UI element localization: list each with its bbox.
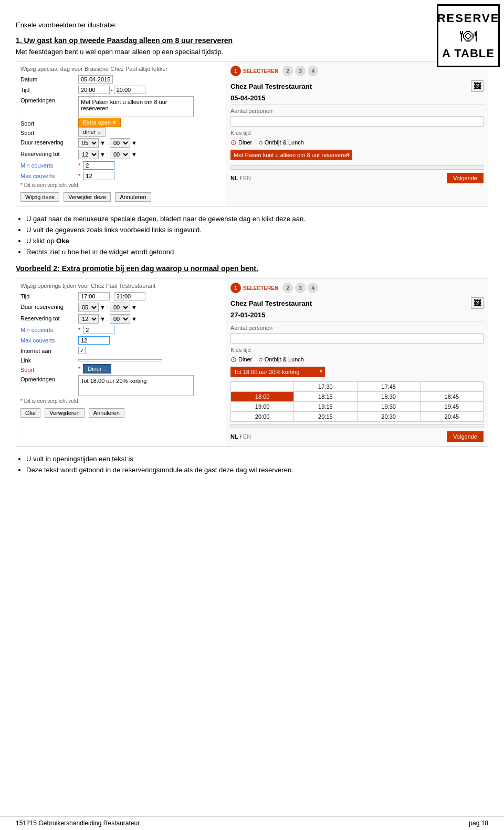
time-cell[interactable]: 18:45 <box>421 392 483 401</box>
intro-text: Enkele voorbeelden ter illustratie: <box>16 21 488 29</box>
widget1-icon-btn[interactable]: 🖼 <box>471 80 484 92</box>
soort2-value[interactable]: diner ≡ <box>78 127 106 137</box>
wijzig-btn[interactable]: Wijzig deze <box>20 192 59 202</box>
widget2-radio-ontbijt[interactable]: ○ Ontbijt & Lunch <box>258 355 304 364</box>
widget2-lang[interactable]: NL / EN <box>230 433 251 440</box>
ex2-min-value[interactable]: 2 <box>83 326 114 334</box>
time-cell-highlight[interactable]: 18:00 <box>231 392 293 401</box>
annuleren-btn[interactable]: Annuleren <box>89 408 124 418</box>
required-note-2: * Dit is een verplicht veld <box>20 398 222 404</box>
time-cell[interactable]: 17:30 <box>294 382 356 391</box>
tijd-to[interactable]: 20:00 <box>114 86 145 94</box>
duur-m-select[interactable]: 00 <box>110 138 130 148</box>
time-cell[interactable]: 20:00 <box>231 412 293 421</box>
radio-diner[interactable]: ⊙ Diner <box>230 138 252 147</box>
ex2-restot-m[interactable]: 00 <box>110 314 130 324</box>
ex2-internet-row: Internet aan ✓ <box>20 347 222 354</box>
ex2-duur-m-select[interactable]: 00 <box>110 303 130 312</box>
step1-circle: 1 <box>230 66 241 76</box>
soort1-label: Soort <box>20 119 78 127</box>
widget2-step1-label: SELECTEREN <box>243 285 278 291</box>
time-cell[interactable] <box>231 382 293 391</box>
widget1-volgende-btn[interactable]: Volgende <box>447 173 484 183</box>
widget1-lang[interactable]: NL / EN <box>230 175 251 181</box>
step1-label: SELECTEREN <box>243 68 278 74</box>
annuleer-btn[interactable]: Annuleren <box>115 192 151 202</box>
widget2-scrollbar[interactable] <box>230 424 484 428</box>
time-cell[interactable]: 20:15 <box>294 412 356 421</box>
example2-form-buttons: Oke Verwijderen Annuleren <box>20 408 222 418</box>
ex2-opmerkingen-row: Opmerkingen Tot 18.00 uur 20% korting <box>20 375 222 396</box>
bullet1-3: U klikt op Oke <box>26 237 488 245</box>
time-cell[interactable]: 18:30 <box>358 392 420 401</box>
ex2-tijd-to[interactable]: 21:00 <box>114 292 145 300</box>
ex2-restot-h[interactable]: 12 <box>78 314 99 324</box>
opmerkingen-value[interactable]: Met Pasen kunt u alleen om 8 uur reserve… <box>78 96 194 117</box>
widget2-radio-diner[interactable]: ⊙ Diner <box>230 355 252 364</box>
step3-circle: 3 <box>295 66 306 76</box>
soort2-row: Soort diner ≡ <box>20 129 222 136</box>
bullet2-1: U vult in openingstijden een tekst is <box>26 455 488 463</box>
ex2-max-row: Max couverts 12 <box>20 336 222 345</box>
widget2-step2-circle: 2 <box>282 283 293 293</box>
ex2-opmerkingen-value[interactable]: Tot 18.00 uur 20% korting <box>78 375 194 396</box>
widget2-step3-circle: 3 <box>295 283 306 293</box>
example2-admin-panel: Wijzig openings tijden voor Chez Paul Te… <box>16 278 226 446</box>
soort1-value[interactable]: Extra open ≡ <box>78 118 121 127</box>
bullet1-2: U vult de gegevens zoals links voorbeeld… <box>26 226 488 234</box>
time-cell[interactable]: 19:45 <box>421 402 483 411</box>
time-cell[interactable] <box>421 382 483 391</box>
required-note-1: * Dit is een verplicht veld <box>20 182 222 188</box>
section2-title: Voorbeeld 2: Extra promotie bij een dag … <box>16 264 488 273</box>
widget2-promo-banner: Tot 18.00 uur 20% korting × <box>230 367 325 377</box>
promo-close-btn[interactable]: × <box>346 151 350 158</box>
widget2-icon-btn[interactable]: 🖼 <box>471 297 484 309</box>
restot-m-select[interactable]: 00 <box>110 150 130 159</box>
ex2-max-value[interactable]: 12 <box>78 336 110 345</box>
widget1-radio-group: ⊙ Diner ○ Ontbijt & Lunch <box>230 138 484 147</box>
widget2-promo-close[interactable]: × <box>319 368 323 375</box>
time-cell[interactable]: 20:30 <box>358 412 420 421</box>
widget1-restaurant: Chez Paul Testrestaurant 🖼 <box>230 80 484 92</box>
min-value[interactable]: 2 <box>83 161 114 170</box>
footer-right: pag 18 <box>469 819 488 827</box>
verwijderen-btn[interactable]: Verwijderen <box>45 408 84 418</box>
radio-ontbijt[interactable]: ○ Ontbijt & Lunch <box>258 138 304 147</box>
widget2-restaurant: Chez Paul Testrestaurant 🖼 <box>230 297 484 309</box>
widget2-steps: 1 SELECTEREN 2 3 4 <box>230 283 484 293</box>
time-cell[interactable]: 17:45 <box>358 382 420 391</box>
example1-screenshot: Wijzig speciaal dag voor Brasserie Chez … <box>16 61 488 206</box>
datum-value[interactable]: 05-04-2015 <box>78 75 113 84</box>
time-cell[interactable]: 19:15 <box>294 402 356 411</box>
bullet1-1: U gaat naar de menukeuze speciale dagen,… <box>26 215 488 223</box>
ex2-tijd-from[interactable]: 17:00 <box>78 292 110 300</box>
ex2-soort-label: Soort <box>20 366 78 373</box>
ex2-duur-h-select[interactable]: 05 <box>78 303 99 312</box>
bullet1-4: Rechts ziet u hoe het in de widget wordt… <box>26 248 488 256</box>
widget1-scrollbar[interactable] <box>230 165 484 170</box>
bullet2-2: Deze tekst wordt getoond in de reserveri… <box>26 466 488 474</box>
widget2-footer: NL / EN Volgende <box>230 431 484 442</box>
widget2-aantal-label: Aantal personen <box>230 325 484 331</box>
widget2-volgende-btn[interactable]: Volgende <box>447 431 484 442</box>
restot-label: Reservering tot <box>20 150 78 157</box>
ex2-soort-value[interactable]: Diner ≡ <box>83 364 111 374</box>
time-cell[interactable]: 19:30 <box>358 402 420 411</box>
step4-circle: 4 <box>308 66 318 76</box>
datum-row: Datum 05-04-2015 <box>20 75 222 84</box>
ex2-link-value[interactable] <box>78 359 162 361</box>
verwijder-btn[interactable]: Verwijder deze <box>64 192 111 202</box>
bullets1-list: U gaat naar de menukeuze speciale dagen,… <box>26 215 488 256</box>
ex2-duur-row: Duur reservering 05 ▼ : 00 ▼ <box>20 303 222 312</box>
ex2-link-row: Link <box>20 356 222 364</box>
duur-h-select[interactable]: 05 <box>78 138 99 148</box>
max-value[interactable]: 12 <box>83 172 114 180</box>
time-cell[interactable]: 20:45 <box>421 412 483 421</box>
tijd-from[interactable]: 20:00 <box>78 86 110 94</box>
restot-h-select[interactable]: 12 <box>78 150 99 159</box>
internet-checkbox[interactable]: ✓ <box>78 347 86 354</box>
opmerkingen-label: Opmerkingen <box>20 96 78 103</box>
time-cell[interactable]: 18:15 <box>294 392 356 401</box>
oke-btn[interactable]: Oke <box>20 408 40 418</box>
time-cell[interactable]: 19:00 <box>231 402 293 411</box>
